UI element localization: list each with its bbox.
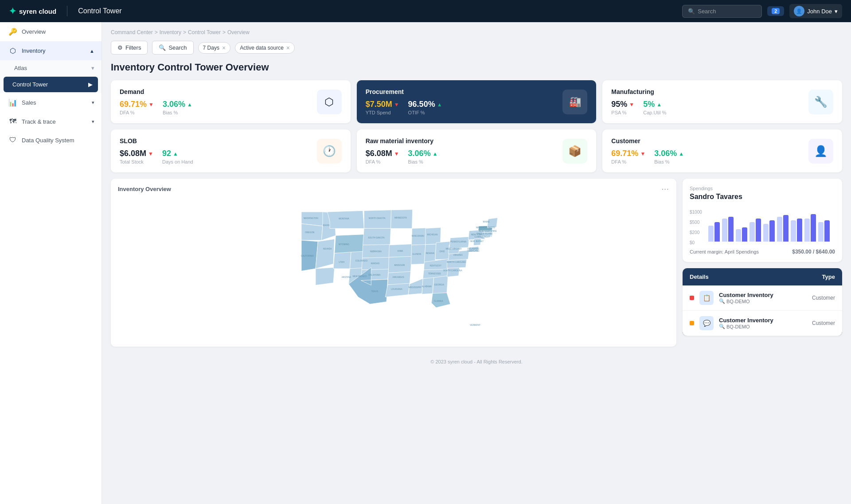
metric-card-procurement: Procurement $7.50M ▼ YTD Spend 96.50% xyxy=(357,80,597,123)
chip-7days-close[interactable]: × xyxy=(222,45,226,51)
raw-material-info: Raw material inventory $6.08M ▼ DFA % 3.… xyxy=(366,137,563,164)
sidebar-item-atlas[interactable]: Atlas ▾ xyxy=(0,60,101,76)
notification-badge[interactable]: 2 xyxy=(767,6,784,16)
slob-val2-label: Days on Hand xyxy=(162,159,193,164)
demand-arrow-up: ▲ xyxy=(187,102,192,108)
procurement-arrow-down: ▼ xyxy=(394,102,399,108)
chip-7days-label: 7 Days xyxy=(203,45,219,51)
chip-datasource-label: Active data source xyxy=(240,45,284,51)
raw-material-val1-num: $6.08M xyxy=(366,149,392,158)
slob-title: SLOB xyxy=(120,137,317,145)
label-nj: NEW JERSEY xyxy=(470,240,484,242)
spendings-card: Spendings Sandro Tavares $1000 $500 $200… xyxy=(683,179,842,262)
label-ri: RHODE ISLAND xyxy=(476,233,493,235)
slob-val1: $6.08M ▼ Total Stock xyxy=(120,149,153,164)
sidebar-label-sales: Sales xyxy=(22,99,36,106)
bar-8-dark xyxy=(811,214,816,242)
metric-card-demand: Demand 69.71% ▼ DFA % 3.06% xyxy=(111,80,351,123)
us-map: WASHINGTON OREGON CALIFORNIA NEVADA IDAH… xyxy=(118,198,669,340)
control-tower-wrapper: Control Tower ▶ xyxy=(0,77,101,92)
customer-val1-num: 69.71% xyxy=(611,149,638,158)
spending-amounts: $350.00 / $640.00 xyxy=(792,249,835,255)
row2-info: Customer Inventory 🔍 BQ-DEMO xyxy=(719,317,807,329)
search-input[interactable] xyxy=(698,8,756,15)
sidebar-item-data-quality[interactable]: 🛡 Data Quality System xyxy=(0,131,101,149)
bar-chart-wrapper: $1000 $500 $200 $0 xyxy=(690,206,835,245)
right-panel: Spendings Sandro Tavares $1000 $500 $200… xyxy=(683,179,842,347)
bar-9-light xyxy=(818,222,824,242)
filters-button[interactable]: ⚙ Filters xyxy=(111,41,148,55)
manufacturing-val2-label: Cap.Util % xyxy=(643,110,666,115)
row2-icon: 💬 xyxy=(699,316,714,330)
user-menu[interactable]: 👤 John Doe ▾ xyxy=(789,4,842,18)
procurement-title: Procurement xyxy=(366,88,563,95)
bar-9-dark xyxy=(824,220,830,242)
atlas-chevron: ▾ xyxy=(91,65,94,71)
manufacturing-info: Manufacturing 95% ▼ PSA % 5% xyxy=(611,88,808,115)
label-fl: FLORIDA xyxy=(434,300,444,302)
slob-icon: 🕐 xyxy=(317,139,342,164)
label-vt-nh: NEW HAMPSHIRE xyxy=(479,230,497,232)
footer-text: © 2023 syren cloud - All Rights Reserver… xyxy=(430,359,522,364)
row2-indicator xyxy=(690,321,694,325)
label-ct: CONNECTICUT xyxy=(475,236,490,238)
details-row-2: 💬 Customer Inventory 🔍 BQ-DEMO Customer xyxy=(683,311,842,336)
demand-val1-label: DFA % xyxy=(120,110,154,115)
bar-1-light xyxy=(708,226,714,242)
raw-material-val2: 3.06% ▲ Bias % xyxy=(408,149,438,164)
label-wi: WISCONSIN xyxy=(412,235,424,237)
metric-grid: Demand 69.71% ▼ DFA % 3.06% xyxy=(111,80,842,172)
filter-bar: ⚙ Filters 🔍 Search 7 Days × Active data … xyxy=(111,41,842,55)
search-btn-icon: 🔍 xyxy=(159,44,166,51)
state-az xyxy=(316,267,335,285)
spending-footer-label: Current margin: April Spendings xyxy=(690,249,759,254)
breadcrumb: Command Center > Inventory > Control Tow… xyxy=(111,29,842,35)
sidebar-item-inventory[interactable]: ⬡ Inventory ▲ xyxy=(0,41,101,60)
main-layout: 🔑 Overview ⬡ Inventory ▲ Atlas ▾ Control… xyxy=(0,0,851,504)
label-ky: KENTUCKY xyxy=(430,265,442,267)
label-ne: NEBRASKA xyxy=(370,250,382,253)
global-search[interactable]: 🔍 xyxy=(682,5,762,18)
main-content: Command Center > Inventory > Control Tow… xyxy=(102,22,851,504)
bar-6-light xyxy=(777,217,782,242)
demand-arrow-down: ▼ xyxy=(148,102,154,108)
row2-search-icon: 🔍 xyxy=(719,324,725,329)
demand-val1: 69.71% ▼ DFA % xyxy=(120,100,154,115)
label-ca: CALIFORNIA xyxy=(301,255,314,257)
label-wa: WASHINGTON xyxy=(304,217,318,219)
sidebar-item-overview[interactable]: 🔑 Overview xyxy=(0,22,101,41)
row1-title: Customer Inventory xyxy=(719,292,807,298)
metric-card-manufacturing: Manufacturing 95% ▼ PSA % 5% xyxy=(602,80,842,123)
sidebar-item-track-trace[interactable]: 🗺 Track & trace ▾ xyxy=(0,112,101,131)
chip-datasource-close[interactable]: × xyxy=(286,45,290,51)
y-label-200: $200 xyxy=(690,230,702,235)
sidebar-item-control-tower[interactable]: Control Tower ▶ xyxy=(4,77,98,92)
top-navigation: ✦ syren cloud Control Tower 🔍 2 👤 John D… xyxy=(0,0,851,22)
row1-indicator xyxy=(690,296,694,300)
bar-7-dark xyxy=(797,219,802,242)
raw-material-val1-label: DFA % xyxy=(366,159,399,164)
sidebar: 🔑 Overview ⬡ Inventory ▲ Atlas ▾ Control… xyxy=(0,22,102,504)
breadcrumb-ct: Control Tower xyxy=(188,29,221,35)
customer-values: 69.71% ▼ DFA % 3.06% ▲ Bias % xyxy=(611,149,808,164)
search-button[interactable]: 🔍 Search xyxy=(152,41,193,55)
slob-val1-label: Total Stock xyxy=(120,159,153,164)
breadcrumb-inv: Inventory xyxy=(160,29,181,35)
metric-card-raw-material: Raw material inventory $6.08M ▼ DFA % 3.… xyxy=(357,129,597,172)
label-tx: TEXAS xyxy=(371,290,378,293)
chip-7days[interactable]: 7 Days × xyxy=(198,42,231,54)
label-or: OREGON xyxy=(305,231,315,234)
label-nm: NEW MEXICO xyxy=(352,275,367,277)
demand-val2-label: Bias % xyxy=(163,110,192,115)
map-title: Inventory Overview xyxy=(118,186,171,192)
bar-group-4 xyxy=(750,219,761,242)
map-options-button[interactable]: ··· xyxy=(662,186,669,192)
label-sc: SOUTH CAROLINA xyxy=(443,270,462,272)
label-nc: NORTH CAROLINA xyxy=(447,261,466,263)
chip-datasource[interactable]: Active data source × xyxy=(235,42,295,54)
customer-val2: 3.06% ▲ Bias % xyxy=(654,149,684,164)
customer-title: Customer xyxy=(611,137,808,145)
bottom-section: Inventory Overview ··· xyxy=(111,179,842,347)
spendings-label: Spendings xyxy=(690,186,835,191)
sidebar-item-sales[interactable]: 📊 Sales ▾ xyxy=(0,93,101,112)
